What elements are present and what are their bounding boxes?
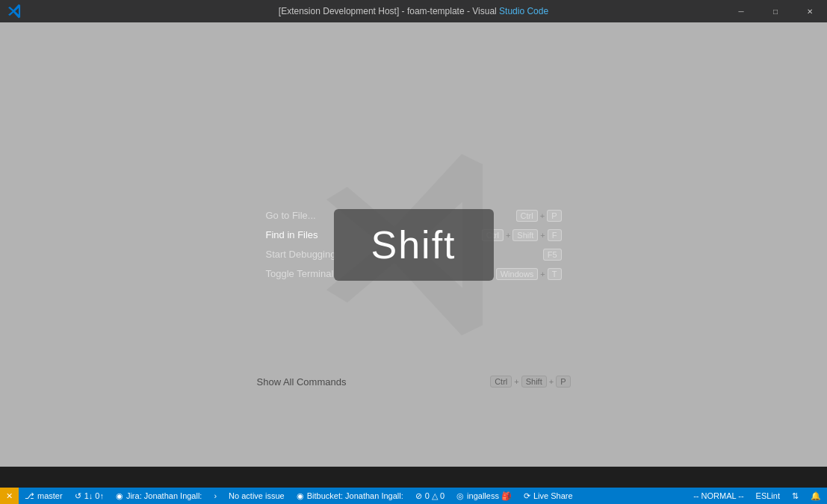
minimize-button[interactable]: ─ xyxy=(724,0,758,22)
status-jira[interactable]: ◉ Jira: Jonathan Ingall: xyxy=(110,488,208,504)
liveshare-label: Live Share xyxy=(533,491,573,500)
notification-bell-icon: 🔔 xyxy=(811,491,821,501)
remote-icon: ⇅ xyxy=(792,491,799,501)
status-normal-mode: -- NORMAL -- xyxy=(687,488,749,504)
user-icon: ◎ xyxy=(456,491,464,501)
status-branch[interactable]: ⎇ master xyxy=(19,488,69,504)
close-button[interactable]: ✕ xyxy=(793,0,827,22)
window-controls: ─ □ ✕ xyxy=(724,0,827,22)
no-issue-label: No active issue xyxy=(229,491,285,500)
errors-icon: ⊘ xyxy=(415,491,422,501)
status-error-icon[interactable]: ✕ xyxy=(0,488,19,504)
branch-name: master xyxy=(37,491,63,500)
errors-label: 0 △ 0 xyxy=(425,491,445,501)
sync-icon: ↺ xyxy=(75,491,81,501)
normal-mode-label: -- NORMAL -- xyxy=(693,491,743,500)
liveshare-icon: ⟳ xyxy=(524,491,530,501)
maximize-button[interactable]: □ xyxy=(758,0,793,22)
status-arrow: › xyxy=(208,488,223,504)
status-user[interactable]: ◎ ingalless 🎒 xyxy=(450,488,518,504)
status-eslint[interactable]: ESLint xyxy=(750,488,786,504)
title-bar: [Extension Development Host] - foam-temp… xyxy=(0,0,827,22)
vscode-logo-icon xyxy=(7,4,22,19)
status-remote-icon[interactable]: ⇅ xyxy=(786,488,805,504)
shift-key-overlay: Shift xyxy=(333,209,493,281)
sync-count: 1↓ 0↑ xyxy=(84,491,104,500)
status-bitbucket[interactable]: ◉ Bitbucket: Jonathan Ingall: xyxy=(291,488,409,504)
main-area: Show All Commands Ctrl + Shift + P Go to… xyxy=(0,22,827,467)
window-title: [Extension Development Host] - foam-temp… xyxy=(279,6,548,16)
bitbucket-icon: ◉ xyxy=(297,491,304,501)
status-bar: ✕ ⎇ master ↺ 1↓ 0↑ ◉ Jira: Jonathan Inga… xyxy=(0,488,827,504)
command-palette-overlay: Go to File... Ctrl + P Find in Files Ctr… xyxy=(0,22,827,467)
arrow-icon: › xyxy=(214,491,217,500)
status-errors-count[interactable]: ⊘ 0 △ 0 xyxy=(409,488,450,504)
eslint-label: ESLint xyxy=(756,491,780,500)
status-no-issue[interactable]: No active issue xyxy=(223,488,291,504)
user-label: ingalless 🎒 xyxy=(467,491,512,501)
jira-label: Jira: Jonathan Ingall: xyxy=(126,491,202,500)
jira-icon: ◉ xyxy=(116,491,123,501)
error-x-icon: ✕ xyxy=(6,491,13,501)
status-notification[interactable]: 🔔 xyxy=(805,488,827,504)
status-sync[interactable]: ↺ 1↓ 0↑ xyxy=(69,488,110,504)
bitbucket-label: Bitbucket: Jonathan Ingall: xyxy=(307,491,403,500)
branch-icon: ⎇ xyxy=(25,491,34,501)
status-liveshare[interactable]: ⟳ Live Share xyxy=(518,488,579,504)
